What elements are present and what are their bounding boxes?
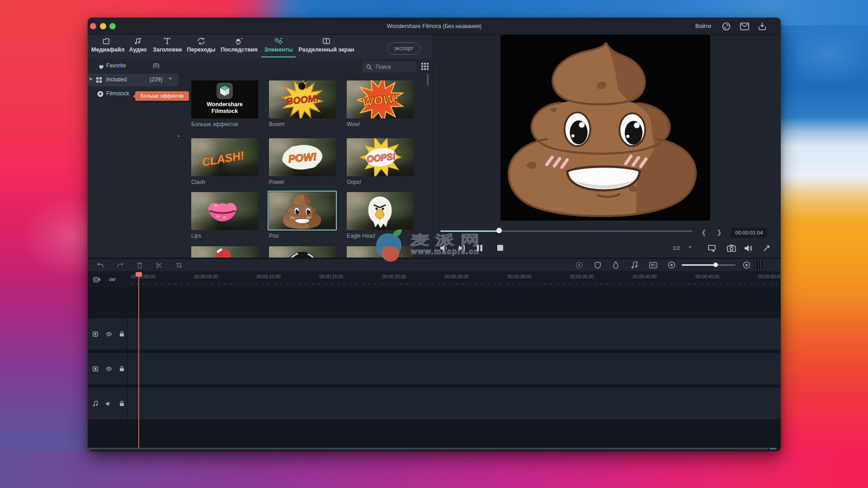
svg-text:Filmstock: Filmstock — [212, 108, 238, 114]
svg-text:Wondershare: Wondershare — [207, 101, 243, 108]
svg-text:CLASH!: CLASH! — [201, 149, 245, 169]
svg-text:POW!: POW! — [288, 150, 317, 164]
